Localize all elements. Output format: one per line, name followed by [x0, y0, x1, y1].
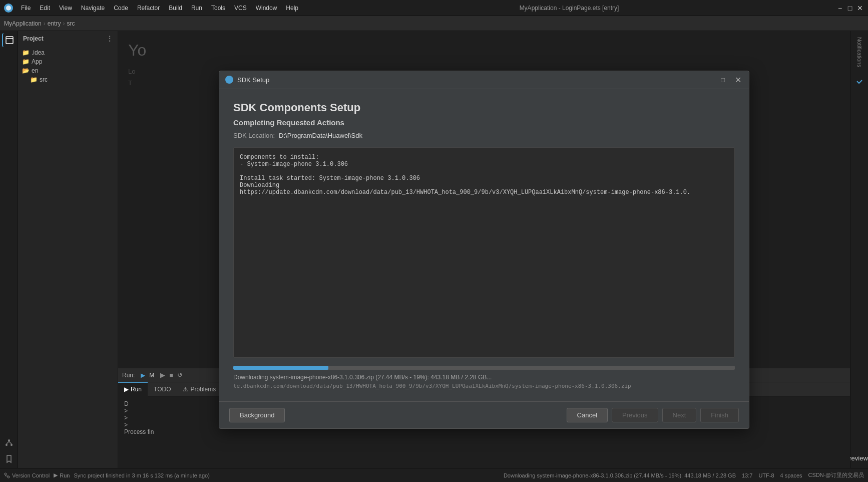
svg-line-7 — [9, 441, 12, 444]
project-sidebar: Project ⋮ 📁 .idea 📁 App 📂 en 📁 src — [18, 31, 118, 468]
sdk-setup-dialog: SDK Setup □ ✕ SDK Components Setup Compl… — [219, 71, 749, 429]
tree-item-idea[interactable]: 📁 .idea — [18, 48, 118, 57]
breadcrumb-myapp[interactable]: MyApplication — [4, 20, 42, 27]
menu-code[interactable]: Code — [110, 4, 132, 13]
footer-right-buttons: Cancel Previous Next Finish — [567, 408, 739, 422]
menu-file[interactable]: File — [17, 4, 35, 13]
folder-icon-open: 📂 — [22, 67, 30, 74]
maximize-button[interactable]: □ — [846, 4, 854, 12]
sdk-location-value: D:\ProgramData\Huawei\Sdk — [279, 132, 362, 139]
title-bar: File Edit View Navigate Code Refactor Bu… — [0, 0, 868, 16]
sidebar-title: Project — [23, 35, 44, 42]
previous-button: Previous — [612, 408, 658, 422]
activity-bar — [0, 31, 18, 468]
project-tree: 📁 .idea 📁 App 📂 en 📁 src — [18, 46, 118, 468]
status-right: Downloading system-image-phone-x86-3.1.0… — [504, 471, 864, 479]
dialog-body: SDK Components Setup Completing Requeste… — [219, 89, 749, 401]
toolbar: MyApplication › entry › src — [0, 16, 868, 31]
dialog-title-bar: SDK Setup □ ✕ — [219, 71, 749, 89]
dialog-icon — [225, 76, 233, 84]
notifications-icon[interactable]: Notifications — [854, 33, 864, 71]
check-icon[interactable] — [855, 77, 863, 87]
activity-project-icon[interactable] — [2, 33, 16, 47]
breadcrumb-src[interactable]: src — [67, 20, 75, 27]
log-area: Components to install: - System-image-ph… — [233, 147, 735, 358]
status-spaces: 4 spaces — [780, 472, 802, 478]
progress-url: te.dbankcdn.com/download/data/pub_13/HWH… — [233, 383, 735, 389]
sidebar-options-icon[interactable]: ⋮ — [107, 35, 113, 42]
editor-area: Yo Lo T SDK Setup □ ✕ SDK Components Set… — [118, 31, 850, 468]
status-linecol: 13:7 — [742, 472, 752, 478]
finish-button: Finish — [700, 408, 739, 422]
svg-point-0 — [6, 6, 11, 11]
dialog-overlay: SDK Setup □ ✕ SDK Components Setup Compl… — [118, 31, 850, 468]
menu-help[interactable]: Help — [282, 4, 302, 13]
activity-bookmark-icon[interactable] — [2, 452, 16, 466]
sidebar-header: Project ⋮ — [18, 31, 118, 46]
activity-structure-icon[interactable] — [2, 436, 16, 450]
tree-item-app[interactable]: 📁 App — [18, 57, 118, 66]
svg-line-6 — [7, 441, 9, 444]
status-branch: CSDN·@订里的交易员 — [808, 471, 864, 479]
status-encoding: UTF-8 — [758, 472, 774, 478]
svg-point-4 — [6, 444, 8, 446]
right-panel: Notifications Previewer — [850, 31, 868, 468]
status-bar: Version Control ▶ Run Sync project finis… — [0, 468, 868, 482]
progress-section: Downloading system-image-phone-x86-3.1.0… — [233, 366, 735, 389]
menu-refactor[interactable]: Refactor — [133, 4, 164, 13]
tree-label: en — [32, 67, 38, 74]
progress-bar-container — [233, 366, 735, 370]
tree-item-en[interactable]: 📂 en — [18, 66, 118, 75]
tree-label: src — [40, 76, 48, 83]
status-left: Version Control ▶ Run Sync project finis… — [4, 472, 210, 478]
dialog-close-button[interactable]: ✕ — [733, 75, 743, 85]
version-control-item[interactable]: Version Control — [4, 472, 50, 478]
close-button[interactable]: ✕ — [856, 4, 864, 12]
svg-point-5 — [11, 444, 13, 446]
menu-build[interactable]: Build — [165, 4, 186, 13]
svg-point-8 — [5, 473, 7, 475]
dialog-heading: SDK Components Setup — [233, 101, 735, 114]
tree-label: App — [32, 58, 42, 65]
dialog-restore-icon[interactable]: □ — [721, 76, 725, 84]
menu-vcs[interactable]: VCS — [230, 4, 251, 13]
tree-item-subfolder[interactable]: 📁 src — [18, 75, 118, 84]
minimize-button[interactable]: − — [836, 4, 844, 12]
progress-text: Downloading system-image-phone-x86-3.1.0… — [233, 374, 735, 381]
next-button: Next — [662, 408, 697, 422]
svg-point-9 — [8, 476, 10, 478]
menu-bar: File Edit View Navigate Code Refactor Bu… — [17, 4, 302, 13]
menu-view[interactable]: View — [55, 4, 76, 13]
run-status-icon: ▶ — [54, 472, 58, 478]
dialog-footer: Background Cancel Previous Next Finish — [219, 401, 749, 428]
folder-icon: 📁 — [22, 49, 30, 56]
main-layout: Project ⋮ 📁 .idea 📁 App 📂 en 📁 src — [0, 31, 868, 468]
sdk-location-label: SDK Location: — [233, 132, 275, 139]
status-message: Sync project finished in 3 m 16 s 132 ms… — [74, 472, 209, 478]
menu-window[interactable]: Window — [252, 4, 281, 13]
menu-run[interactable]: Run — [187, 4, 206, 13]
sdk-location-row: SDK Location: D:\ProgramData\Huawei\Sdk — [233, 132, 735, 139]
folder-icon: 📁 — [30, 76, 38, 83]
folder-icon: 📁 — [22, 58, 30, 65]
window-title: MyApplication - LoginPage.ets [entry] — [302, 5, 836, 12]
svg-point-3 — [8, 439, 10, 441]
menu-edit[interactable]: Edit — [36, 4, 54, 13]
svg-rect-1 — [6, 37, 13, 44]
run-status-label: Run — [60, 472, 70, 478]
breadcrumb-entry[interactable]: entry — [48, 20, 61, 27]
status-download: Downloading system-image-phone-x86-3.1.0… — [504, 472, 736, 478]
version-control-label: Version Control — [12, 472, 50, 478]
cancel-button[interactable]: Cancel — [567, 408, 608, 422]
tree-label: .idea — [32, 49, 45, 56]
progress-bar-fill — [233, 366, 328, 370]
window-controls: − □ ✕ — [836, 4, 864, 12]
app-logo — [4, 4, 13, 13]
run-status-item[interactable]: ▶ Run — [54, 472, 70, 478]
dialog-title-text: SDK Setup — [237, 76, 717, 84]
menu-navigate[interactable]: Navigate — [77, 4, 109, 13]
dialog-subheading: Completing Requested Actions — [233, 118, 735, 127]
menu-tools[interactable]: Tools — [207, 4, 229, 13]
background-button[interactable]: Background — [229, 408, 285, 422]
